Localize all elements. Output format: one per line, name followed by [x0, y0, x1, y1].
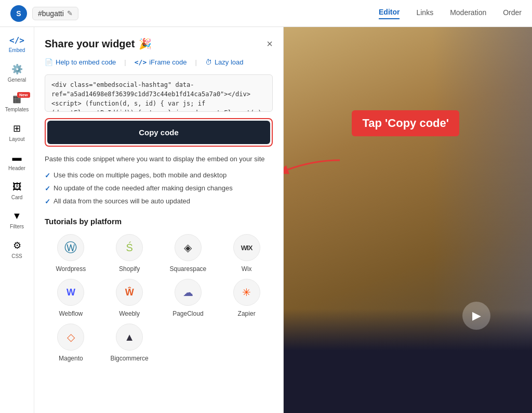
sidebar-label-general: General — [8, 77, 26, 83]
tab-help[interactable]: 📄 Help to embed code — [45, 58, 116, 66]
wix-label: Wix — [242, 265, 252, 273]
checklist: ✓ Use this code on multiple pages, both … — [45, 171, 273, 207]
pagecloud-icon: ☁ — [175, 279, 202, 306]
check-icon-2: ✓ — [45, 184, 50, 193]
platform-wix[interactable]: WIX Wix — [220, 234, 273, 273]
share-widget-panel: Share your widget 🎉 × 📄 Help to embed co… — [34, 27, 284, 413]
dialog-title: Share your widget 🎉 — [45, 37, 152, 50]
top-navigation: S #bugatti ✎ Editor Links Moderation Ord… — [0, 0, 532, 27]
sidebar-label-card: Card — [11, 195, 23, 200]
header-icon: ▬ — [12, 152, 22, 163]
card-icon: 🖼 — [12, 182, 22, 192]
checklist-item-2: ✓ No update of the code needed after mak… — [45, 184, 273, 193]
platform-shopify[interactable]: Ś Shopify — [103, 234, 156, 273]
weebly-icon: Ŵ — [116, 279, 143, 306]
main-layout: </> Embed ⚙️ General New ▦ Templates ⊞ L… — [0, 27, 532, 413]
nav-editor[interactable]: Editor — [379, 8, 400, 19]
logo-button[interactable]: S — [10, 5, 27, 22]
weebly-label: Weebly — [119, 310, 140, 317]
help-doc-icon: 📄 — [45, 58, 53, 66]
close-button[interactable]: × — [267, 38, 273, 50]
magento-icon: ◇ — [57, 324, 84, 351]
info-text: Paste this code snippet where you want t… — [45, 154, 273, 164]
sidebar-label-layout: Layout — [9, 136, 24, 142]
tap-copy-label: Tap 'Copy code' — [352, 110, 459, 136]
arrow-indicator — [284, 155, 345, 183]
sidebar-item-embed[interactable]: </> Embed — [2, 31, 32, 57]
sidebar-label-embed: Embed — [9, 47, 25, 53]
check-icon-1: ✓ — [45, 171, 50, 180]
platform-webflow[interactable]: W Webflow — [45, 279, 97, 317]
tab-divider-1: | — [124, 58, 126, 66]
bigcommerce-icon: ▲ — [116, 324, 143, 351]
sidebar-item-templates[interactable]: New ▦ Templates — [2, 89, 32, 117]
checklist-item-1: ✓ Use this code on multiple pages, both … — [45, 171, 273, 180]
tab-lazy-label: Lazy load — [215, 58, 244, 66]
sidebar-label-header: Header — [8, 165, 25, 171]
platform-weebly[interactable]: Ŵ Weebly — [103, 279, 156, 317]
play-button[interactable]: ▶ — [462, 302, 490, 330]
hashtag-text: #bugatti — [38, 9, 64, 18]
squarespace-icon: ◈ — [175, 234, 202, 261]
check-icon-3: ✓ — [45, 197, 50, 206]
layout-icon: ⊞ — [13, 123, 21, 134]
preview-area: Tap 'Copy code' ▶ — [284, 27, 532, 413]
zapier-icon: ✳ — [233, 279, 260, 306]
sidebar-label-templates: Templates — [5, 107, 29, 112]
copy-button-wrapper: Copy code — [45, 118, 273, 147]
css-icon: ⚙ — [13, 240, 21, 251]
shopify-label: Shopify — [119, 265, 140, 273]
nav-right: Editor Links Moderation Order — [379, 8, 522, 19]
shopify-icon: Ś — [116, 234, 143, 261]
sidebar-item-filters[interactable]: ▼ Filters — [2, 206, 32, 234]
magento-label: Magento — [59, 355, 83, 362]
sidebar-label-css: CSS — [11, 253, 22, 259]
webflow-label: Webflow — [59, 310, 83, 317]
code-snippet-box[interactable]: <div class="embedsocial-hashtag" data-re… — [45, 74, 273, 112]
sidebar-item-layout[interactable]: ⊞ Layout — [2, 119, 32, 146]
tabs-row: 📄 Help to embed code | </> iFrame code |… — [45, 58, 273, 66]
tab-help-label: Help to embed code — [56, 58, 116, 66]
tab-divider-2: | — [195, 58, 196, 66]
filters-icon: ▼ — [12, 211, 22, 222]
wix-icon: WIX — [233, 234, 260, 261]
embed-icon: </> — [9, 35, 24, 45]
copy-code-button[interactable]: Copy code — [47, 121, 270, 144]
nav-left: S #bugatti ✎ — [10, 5, 78, 22]
sidebar-item-header[interactable]: ▬ Header — [2, 148, 32, 175]
platform-bigcommerce[interactable]: ▲ Bigcommerce — [103, 324, 156, 362]
tab-lazy[interactable]: ⏱ Lazy load — [205, 58, 244, 66]
platform-magento[interactable]: ◇ Magento — [45, 324, 97, 362]
edit-icon[interactable]: ✎ — [67, 9, 73, 17]
sidebar-item-css[interactable]: ⚙ CSS — [2, 236, 32, 263]
platform-pagecloud[interactable]: ☁ PageCloud — [162, 279, 215, 317]
car-overlay — [284, 309, 532, 413]
tab-iframe-label: iFrame code — [149, 58, 187, 66]
zapier-label: Zapier — [238, 310, 256, 317]
pagecloud-label: PageCloud — [172, 310, 203, 317]
hashtag-pill[interactable]: #bugatti ✎ — [32, 7, 78, 20]
platform-wordpress[interactable]: Ⓦ Wordpress — [45, 234, 97, 273]
bigcommerce-label: Bigcommerce — [110, 355, 148, 362]
nav-links[interactable]: Links — [416, 8, 433, 19]
wordpress-icon: Ⓦ — [57, 234, 84, 261]
title-emoji: 🎉 — [139, 37, 152, 50]
platforms-grid: Ⓦ Wordpress Ś Shopify ◈ Squarespace WIX … — [45, 234, 273, 362]
squarespace-label: Squarespace — [170, 265, 207, 273]
nav-moderation[interactable]: Moderation — [450, 8, 486, 19]
sidebar: </> Embed ⚙️ General New ▦ Templates ⊞ L… — [0, 27, 34, 413]
sidebar-label-filters: Filters — [10, 224, 24, 229]
platform-zapier[interactable]: ✳ Zapier — [220, 279, 273, 317]
code-snippet-text: <div class="embedsocial-hashtag" data-re… — [51, 81, 265, 112]
sidebar-item-general[interactable]: ⚙️ General — [2, 59, 32, 87]
webflow-icon: W — [57, 279, 84, 306]
nav-order[interactable]: Order — [503, 8, 522, 19]
tab-iframe[interactable]: </> iFrame code — [135, 58, 187, 66]
checklist-item-3: ✓ All data from the sources will be auto… — [45, 197, 273, 206]
new-badge: New — [17, 92, 30, 98]
sidebar-item-card[interactable]: 🖼 Card — [2, 177, 32, 204]
platform-squarespace[interactable]: ◈ Squarespace — [162, 234, 215, 273]
tutorials-title: Tutorials by platform — [45, 217, 273, 226]
lazy-icon: ⏱ — [205, 58, 212, 66]
general-icon: ⚙️ — [11, 63, 23, 75]
